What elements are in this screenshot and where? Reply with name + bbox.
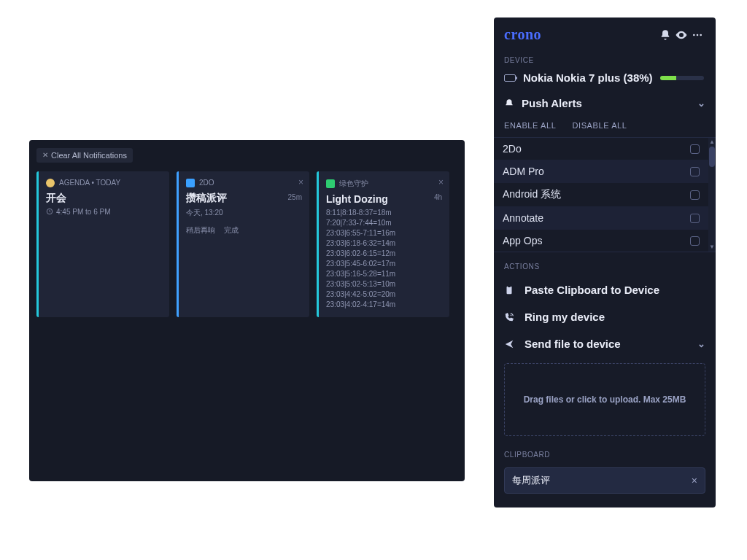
card-age: 4h: [434, 193, 442, 201]
app-list-item[interactable]: Annotate: [494, 206, 708, 229]
notification-card[interactable]: × 4h 绿色守护 Light Dozing 8:11|8:18-8:37=18…: [317, 171, 449, 317]
ring-device-action[interactable]: Ring my device: [494, 303, 716, 330]
app-list-scrollbar[interactable]: ▲ ▼: [708, 138, 716, 252]
card-title: 攒稿派评: [186, 192, 302, 205]
action-label: Ring my device: [525, 311, 605, 323]
app-list-item[interactable]: 2Do: [494, 138, 708, 160]
svg-rect-6: [508, 285, 511, 287]
app-checkbox[interactable]: [690, 190, 700, 200]
phone-ring-icon: [504, 312, 516, 322]
device-name: Nokia Nokia 7 plus (38%): [523, 71, 653, 84]
disable-all-button[interactable]: DISABLE ALL: [572, 121, 627, 130]
bell-icon[interactable]: [657, 27, 673, 43]
card-body: 8:11|8:18-8:37=18m 7:20|7:33-7:44=10m 23…: [326, 208, 442, 310]
action-label: Paste Clipboard to Device: [525, 284, 659, 296]
device-row[interactable]: Nokia Nokia 7 plus (38%): [494, 70, 716, 90]
brand-logo: crono: [504, 26, 541, 43]
chevron-down-icon: ⌄: [697, 98, 705, 109]
complete-action[interactable]: 完成: [224, 225, 239, 236]
send-icon: [504, 339, 516, 349]
app-name: App Ops: [503, 235, 542, 246]
bell-icon: [504, 98, 514, 109]
app-checkbox[interactable]: [690, 236, 700, 246]
svg-point-2: [693, 34, 695, 36]
more-icon[interactable]: [689, 27, 705, 43]
card-age: 25m: [288, 193, 302, 201]
dropzone-label: Drag files or click to upload. Max 25MB: [524, 394, 686, 405]
clear-all-button[interactable]: ✕ Clear All Notifications: [36, 148, 133, 163]
card-subtitle: 今天, 13:20: [186, 208, 223, 218]
send-file-action[interactable]: Send file to device ⌄: [494, 330, 716, 357]
app-list-item[interactable]: App Ops: [494, 229, 708, 252]
svg-rect-5: [507, 286, 512, 294]
scroll-down-icon[interactable]: ▼: [708, 243, 716, 252]
device-section-label: DEVICE: [494, 52, 716, 70]
card-close-button[interactable]: ×: [438, 177, 444, 187]
scroll-thumb[interactable]: [709, 147, 715, 167]
notification-card[interactable]: AGENDA • TODAY 开会 4:45 PM to 6 PM: [36, 171, 169, 317]
enable-all-button[interactable]: ENABLE ALL: [504, 121, 556, 130]
push-alerts-label: Push Alerts: [522, 97, 582, 109]
greenify-app-icon: [326, 179, 335, 188]
card-title: 开会: [46, 192, 162, 205]
actions-section-label: ACTIONS: [494, 252, 716, 276]
eye-icon[interactable]: [673, 27, 689, 43]
battery-icon: [504, 74, 516, 82]
app-name: 2Do: [503, 143, 522, 155]
push-alerts-row[interactable]: Push Alerts ⌄: [494, 90, 716, 117]
app-list-item[interactable]: ADM Pro: [494, 160, 708, 182]
battery-bar: [660, 76, 704, 80]
svg-point-1: [681, 34, 683, 36]
svg-point-4: [700, 34, 702, 36]
agenda-app-icon: [46, 179, 55, 187]
chevron-down-icon: ⌄: [697, 338, 705, 349]
app-checkbox[interactable]: [690, 214, 700, 223]
paste-clipboard-action[interactable]: Paste Clipboard to Device: [494, 276, 716, 303]
app-list: 2Do ADM Pro Android 系统 Annotate App Ops: [494, 137, 716, 252]
app-checkbox[interactable]: [690, 144, 700, 154]
app-checkbox[interactable]: [690, 167, 700, 176]
card-app-name: 2DO: [199, 179, 214, 187]
snooze-action[interactable]: 稍后再响: [186, 225, 215, 236]
clipboard-section-label: CLIPBOARD: [494, 446, 716, 464]
card-title: Light Dozing: [326, 193, 442, 205]
app-list-item[interactable]: Android 系统: [494, 182, 708, 206]
scroll-up-icon[interactable]: ▲: [708, 138, 716, 147]
card-app-name: AGENDA • TODAY: [59, 179, 120, 187]
clear-clipboard-button[interactable]: ×: [692, 475, 697, 486]
clipboard-input[interactable]: 每周派评 ×: [504, 467, 705, 494]
clear-all-label: Clear All Notifications: [51, 151, 127, 160]
card-app-name: 绿色守护: [339, 179, 368, 189]
action-label: Send file to device: [525, 338, 621, 350]
clipboard-value: 每周派评: [512, 474, 550, 487]
clock-icon: [46, 208, 53, 215]
notification-card[interactable]: × 25m 2DO 攒稿派评 今天, 13:20 稍后再响 完成: [177, 171, 309, 317]
app-name: ADM Pro: [503, 166, 544, 177]
app-name: Android 系统: [503, 188, 561, 201]
clipboard-icon: [504, 285, 516, 295]
svg-point-3: [697, 34, 699, 36]
close-icon: ✕: [42, 151, 48, 159]
card-subtitle: 4:45 PM to 6 PM: [56, 208, 110, 216]
notifications-panel: ✕ Clear All Notifications AGENDA • TODAY…: [29, 140, 465, 481]
sidebar-panel: crono DEVICE Nokia Nokia 7 plus (38%) Pu…: [494, 18, 716, 508]
card-close-button[interactable]: ×: [298, 177, 303, 187]
app-name: Annotate: [503, 212, 543, 224]
todo-app-icon: [186, 179, 195, 187]
file-dropzone[interactable]: Drag files or click to upload. Max 25MB: [504, 363, 705, 436]
